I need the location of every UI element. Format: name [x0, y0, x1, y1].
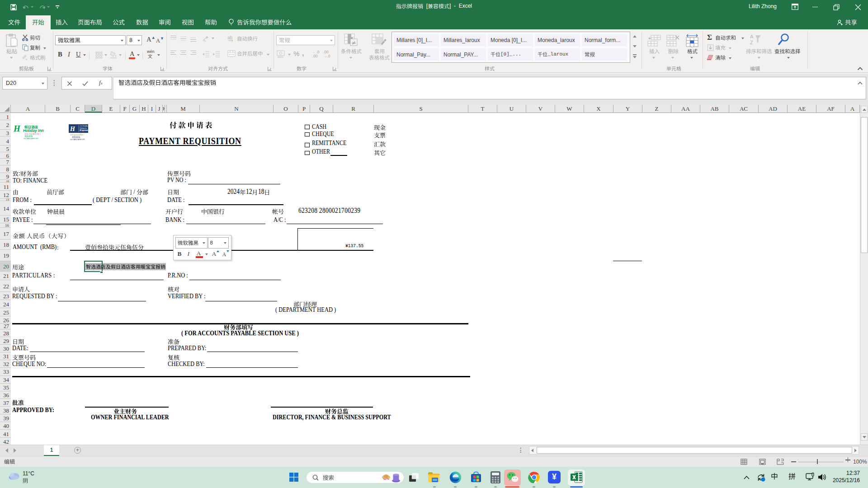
svg-text:H: H: [70, 126, 75, 132]
svg-text:GUIYANG AIRPORT: GUIYANG AIRPORT: [70, 139, 85, 141]
svg-text:H: H: [14, 124, 21, 133]
svg-text:ab: ab: [227, 35, 233, 40]
svg-text:Z: Z: [750, 40, 753, 45]
svg-text:Holiday Inn: Holiday Inn: [23, 128, 44, 133]
svg-text:GUIYANG AIRPORT: GUIYANG AIRPORT: [24, 138, 39, 139]
svg-text:A: A: [750, 34, 754, 39]
svg-text:Express: Express: [80, 129, 89, 131]
